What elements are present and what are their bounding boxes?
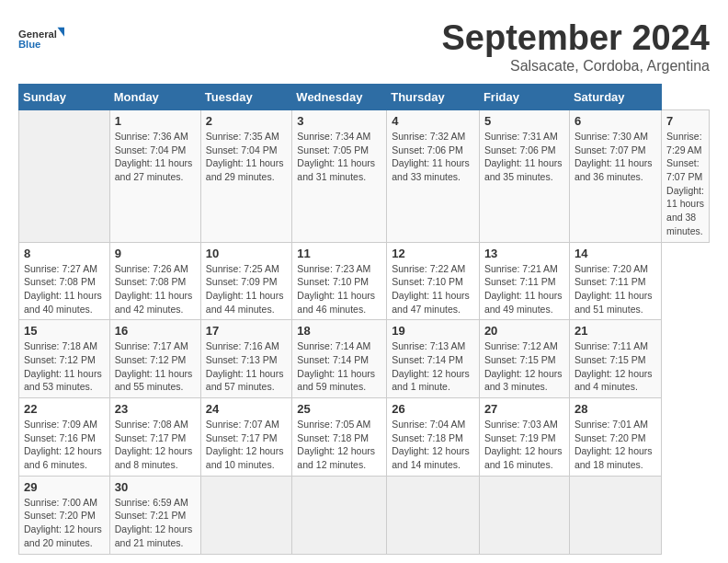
day-info: Sunrise: 7:08 AM Sunset: 7:17 PM Dayligh… — [115, 418, 196, 472]
calendar-week-5: 29Sunrise: 7:00 AM Sunset: 7:20 PM Dayli… — [19, 476, 710, 554]
header-day-saturday: Saturday — [569, 85, 661, 110]
calendar-cell: 26Sunrise: 7:04 AM Sunset: 7:18 PM Dayli… — [387, 398, 480, 477]
day-number: 1 — [115, 114, 196, 128]
header-day-sunday: Sunday — [19, 85, 110, 110]
day-number: 6 — [574, 114, 656, 128]
day-info: Sunrise: 7:36 AM Sunset: 7:04 PM Dayligh… — [115, 130, 196, 184]
calendar-cell: 20Sunrise: 7:12 AM Sunset: 7:15 PM Dayli… — [479, 320, 569, 398]
month-title: September 2024 — [442, 18, 711, 58]
day-info: Sunrise: 7:27 AM Sunset: 7:08 PM Dayligh… — [24, 262, 105, 316]
day-number: 28 — [574, 402, 656, 416]
day-info: Sunrise: 7:22 AM Sunset: 7:10 PM Dayligh… — [392, 262, 474, 316]
calendar-cell — [569, 476, 661, 554]
day-info: Sunrise: 7:05 AM Sunset: 7:18 PM Dayligh… — [297, 418, 381, 472]
day-info: Sunrise: 7:32 AM Sunset: 7:06 PM Dayligh… — [392, 130, 474, 184]
calendar-cell: 28Sunrise: 7:01 AM Sunset: 7:20 PM Dayli… — [569, 398, 661, 477]
day-number: 13 — [484, 247, 564, 260]
calendar-cell: 17Sunrise: 7:16 AM Sunset: 7:13 PM Dayli… — [200, 320, 292, 398]
calendar-cell: 27Sunrise: 7:03 AM Sunset: 7:19 PM Dayli… — [479, 398, 569, 477]
calendar-week-3: 15Sunrise: 7:18 AM Sunset: 7:12 PM Dayli… — [19, 320, 710, 398]
day-info: Sunrise: 7:07 AM Sunset: 7:17 PM Dayligh… — [206, 418, 288, 472]
day-number: 11 — [297, 247, 381, 260]
calendar-cell — [200, 476, 292, 554]
day-number: 25 — [297, 402, 381, 416]
calendar-cell — [387, 476, 480, 554]
day-info: Sunrise: 7:21 AM Sunset: 7:11 PM Dayligh… — [484, 262, 564, 316]
day-info: Sunrise: 7:25 AM Sunset: 7:09 PM Dayligh… — [206, 262, 288, 316]
calendar-cell: 1Sunrise: 7:36 AM Sunset: 7:04 PM Daylig… — [109, 110, 200, 243]
day-number: 24 — [206, 402, 288, 416]
title-block: September 2024 Salsacate, Cordoba, Argen… — [442, 18, 711, 75]
day-number: 29 — [24, 480, 105, 494]
calendar-cell: 22Sunrise: 7:09 AM Sunset: 7:16 PM Dayli… — [19, 398, 110, 477]
day-info: Sunrise: 7:04 AM Sunset: 7:18 PM Dayligh… — [392, 418, 474, 472]
day-number: 5 — [484, 114, 564, 128]
calendar-cell — [292, 476, 387, 554]
header-day-friday: Friday — [479, 85, 569, 110]
day-number: 10 — [206, 247, 288, 260]
day-number: 4 — [392, 114, 474, 128]
day-number: 3 — [297, 114, 381, 128]
day-info: Sunrise: 7:35 AM Sunset: 7:04 PM Dayligh… — [206, 130, 288, 184]
header-day-wednesday: Wednesday — [292, 85, 387, 110]
calendar-cell: 3Sunrise: 7:34 AM Sunset: 7:05 PM Daylig… — [292, 110, 387, 243]
day-info: Sunrise: 7:12 AM Sunset: 7:15 PM Dayligh… — [484, 339, 564, 394]
calendar-cell: 8Sunrise: 7:27 AM Sunset: 7:08 PM Daylig… — [19, 242, 110, 320]
day-number: 17 — [206, 324, 288, 338]
calendar-table: SundayMondayTuesdayWednesdayThursdayFrid… — [18, 84, 710, 555]
day-number: 22 — [24, 402, 105, 416]
calendar-cell — [479, 476, 569, 554]
day-info: Sunrise: 7:17 AM Sunset: 7:12 PM Dayligh… — [115, 339, 196, 394]
calendar-cell: 19Sunrise: 7:13 AM Sunset: 7:14 PM Dayli… — [387, 320, 480, 398]
day-info: Sunrise: 7:30 AM Sunset: 7:07 PM Dayligh… — [574, 130, 656, 184]
calendar-cell: 4Sunrise: 7:32 AM Sunset: 7:06 PM Daylig… — [387, 110, 480, 243]
calendar-cell: 6Sunrise: 7:30 AM Sunset: 7:07 PM Daylig… — [569, 110, 661, 243]
day-number: 19 — [392, 324, 474, 338]
calendar-cell: 11Sunrise: 7:23 AM Sunset: 7:10 PM Dayli… — [292, 242, 387, 320]
day-info: Sunrise: 7:14 AM Sunset: 7:14 PM Dayligh… — [297, 339, 381, 394]
day-number: 23 — [115, 402, 196, 416]
day-number: 18 — [297, 324, 381, 338]
day-number: 16 — [115, 324, 196, 338]
calendar-cell — [19, 110, 110, 243]
day-info: Sunrise: 7:16 AM Sunset: 7:13 PM Dayligh… — [206, 339, 288, 394]
day-number: 15 — [24, 324, 105, 338]
day-number: 21 — [574, 324, 656, 338]
day-number: 12 — [392, 247, 474, 260]
header-day-thursday: Thursday — [387, 85, 480, 110]
calendar-cell: 13Sunrise: 7:21 AM Sunset: 7:11 PM Dayli… — [479, 242, 569, 320]
calendar-cell: 10Sunrise: 7:25 AM Sunset: 7:09 PM Dayli… — [200, 242, 292, 320]
day-info: Sunrise: 7:01 AM Sunset: 7:20 PM Dayligh… — [574, 418, 656, 472]
calendar-week-4: 22Sunrise: 7:09 AM Sunset: 7:16 PM Dayli… — [19, 398, 710, 477]
day-info: Sunrise: 7:11 AM Sunset: 7:15 PM Dayligh… — [574, 339, 656, 394]
calendar-header-row: SundayMondayTuesdayWednesdayThursdayFrid… — [19, 85, 710, 110]
day-info: Sunrise: 7:31 AM Sunset: 7:06 PM Dayligh… — [484, 130, 564, 184]
day-number: 9 — [115, 247, 196, 260]
calendar-cell: 23Sunrise: 7:08 AM Sunset: 7:17 PM Dayli… — [109, 398, 200, 477]
day-number: 2 — [206, 114, 288, 128]
calendar-cell: 21Sunrise: 7:11 AM Sunset: 7:15 PM Dayli… — [569, 320, 661, 398]
logo: General Blue — [18, 18, 64, 60]
day-info: Sunrise: 7:18 AM Sunset: 7:12 PM Dayligh… — [24, 339, 105, 394]
calendar-cell: 30Sunrise: 6:59 AM Sunset: 7:21 PM Dayli… — [109, 476, 200, 554]
calendar-cell: 5Sunrise: 7:31 AM Sunset: 7:06 PM Daylig… — [479, 110, 569, 243]
calendar-cell: 12Sunrise: 7:22 AM Sunset: 7:10 PM Dayli… — [387, 242, 480, 320]
day-number: 26 — [392, 402, 474, 416]
day-number: 14 — [574, 247, 656, 260]
calendar-cell: 7Sunrise: 7:29 AM Sunset: 7:07 PM Daylig… — [662, 110, 710, 243]
calendar-cell: 16Sunrise: 7:17 AM Sunset: 7:12 PM Dayli… — [109, 320, 200, 398]
calendar-cell: 24Sunrise: 7:07 AM Sunset: 7:17 PM Dayli… — [200, 398, 292, 477]
svg-text:General: General — [18, 29, 57, 40]
day-number: 27 — [484, 402, 564, 416]
day-info: Sunrise: 7:13 AM Sunset: 7:14 PM Dayligh… — [392, 339, 474, 394]
day-number: 7 — [666, 114, 704, 128]
calendar-cell: 15Sunrise: 7:18 AM Sunset: 7:12 PM Dayli… — [19, 320, 110, 398]
day-info: Sunrise: 6:59 AM Sunset: 7:21 PM Dayligh… — [115, 496, 196, 550]
svg-marker-2 — [58, 28, 65, 37]
calendar-cell: 18Sunrise: 7:14 AM Sunset: 7:14 PM Dayli… — [292, 320, 387, 398]
calendar-week-1: 1Sunrise: 7:36 AM Sunset: 7:04 PM Daylig… — [19, 110, 710, 243]
header-day-tuesday: Tuesday — [200, 85, 292, 110]
day-info: Sunrise: 7:29 AM Sunset: 7:07 PM Dayligh… — [666, 130, 704, 238]
day-number: 20 — [484, 324, 564, 338]
day-info: Sunrise: 7:09 AM Sunset: 7:16 PM Dayligh… — [24, 418, 105, 472]
